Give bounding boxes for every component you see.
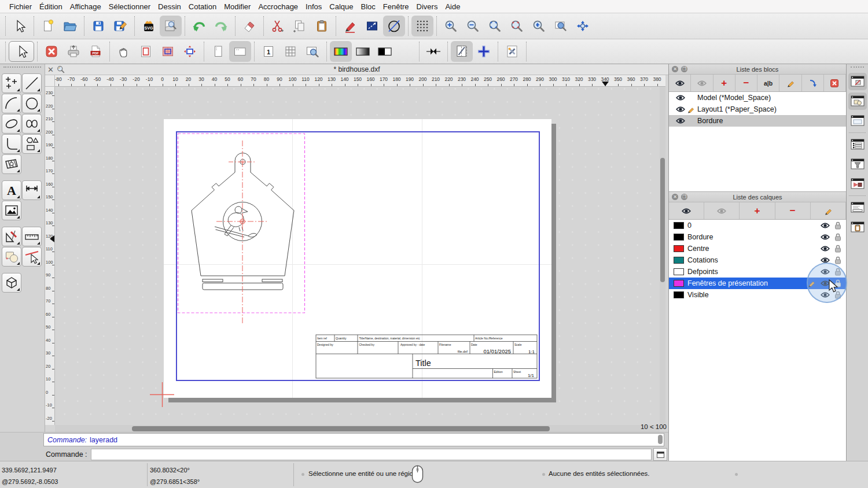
block-row[interactable]: Model (*Model_Space) [669,92,846,103]
redo-icon[interactable] [210,16,232,36]
insert-block-icon[interactable] [802,75,824,91]
menu-fenetre[interactable]: Fenêtre [383,2,409,11]
panel-close-icon[interactable]: ✕ [672,66,678,72]
print-preview-icon[interactable] [160,16,182,36]
layer-row[interactable]: Bordure [669,231,846,243]
sidebar-drag-handle[interactable] [851,66,864,71]
arc-tool-icon[interactable] [2,94,21,113]
menu-dessin[interactable]: Dessin [158,2,181,11]
rename-block-icon[interactable]: a|b [757,75,779,91]
circle-tool-icon[interactable] [22,94,42,113]
laser-window-icon[interactable] [848,175,867,193]
vertical-scrollbar-thumb[interactable] [660,158,665,282]
tab-close-icon[interactable]: ✕ [47,65,54,74]
shape-tool-icon[interactable] [22,134,42,154]
hide-all-eye-icon[interactable] [691,75,713,91]
block-row[interactable]: Bordure [669,115,846,127]
ellipse-tool-icon[interactable] [2,114,21,134]
layer-lock-icon[interactable] [834,245,841,253]
library-browser-window-icon[interactable] [848,112,867,130]
close-print-preview-icon[interactable] [41,41,62,62]
add-layer-icon[interactable]: + [740,202,775,219]
layer-visibility-eye-icon[interactable] [821,222,830,229]
grid-toggle-icon[interactable] [411,16,433,36]
line-tool-icon[interactable] [22,73,42,93]
zoom-auto-icon[interactable] [484,16,506,36]
edit-attributes-icon[interactable] [339,16,361,36]
palette-drag-handle[interactable] [3,66,41,71]
eraser-icon[interactable] [238,16,260,36]
spline-tool-icon[interactable] [22,114,42,134]
page-tiles-icon[interactable] [279,41,301,62]
property-editor-window-icon[interactable] [848,136,867,153]
block-row[interactable]: Layout1 (*Paper_Space) [669,103,846,115]
modify-tool-icon[interactable] [2,227,21,246]
print-icon[interactable] [62,41,84,62]
zoom-pan-icon[interactable] [572,16,594,36]
panel-undock-icon[interactable]: ❐ [681,66,687,72]
center-crosshair-icon[interactable] [473,41,495,62]
layer-visibility-eye-icon[interactable] [821,234,830,241]
layer-lock-icon[interactable] [834,221,841,230]
black-white-icon[interactable] [374,41,396,62]
paste-icon[interactable] [311,16,333,36]
panel-undock-icon[interactable]: ❐ [681,194,687,200]
polyline-tool-icon[interactable] [2,134,21,154]
remove-layer-icon[interactable]: − [775,202,811,219]
clipboard-window-icon[interactable] [848,219,867,236]
page-border-icon[interactable] [135,41,157,62]
panel-close-icon[interactable]: ✕ [672,194,678,200]
layer-lock-icon[interactable] [834,233,841,241]
command-input[interactable] [91,449,652,460]
zoom-out-icon[interactable] [462,16,484,36]
cut-icon[interactable] [267,16,289,36]
flatten-icon[interactable] [422,41,444,62]
draft-lines-icon[interactable] [451,41,473,62]
settings-tools-icon[interactable] [501,41,523,62]
command-options-button[interactable] [653,448,667,461]
dimension-tool-icon[interactable] [22,180,42,200]
grayscale-icon[interactable] [352,41,374,62]
menu-infos[interactable]: Infos [306,2,322,11]
select-tool-icon[interactable] [22,247,42,267]
zoom-page-icon[interactable] [301,41,323,62]
zoom-selection-icon[interactable] [506,16,528,36]
draft-mode-icon[interactable] [383,16,405,36]
zoom-previous-icon[interactable] [528,16,550,36]
image-tool-icon[interactable] [2,201,21,220]
drawing-canvas[interactable]: Item ref Quantity Title/Name, destinatio… [55,87,660,425]
layer-row[interactable]: 0 [669,220,846,231]
horizontal-scrollbar-thumb[interactable] [132,426,550,431]
select-cursor-icon[interactable] [9,16,31,36]
show-all-eye-icon[interactable] [669,202,704,219]
vertical-scrollbar[interactable] [660,87,665,425]
points-tool-icon[interactable] [2,73,21,93]
menu-edition[interactable]: Édition [39,2,62,11]
tab-preview-icon[interactable] [56,65,65,74]
menu-bloc[interactable]: Bloc [361,2,375,11]
portrait-orientation-icon[interactable] [207,41,229,62]
menu-modifier[interactable]: Modifier [224,2,251,11]
svg-export-icon[interactable]: SVG [138,16,160,36]
text-tool-icon[interactable]: A [2,180,21,200]
full-color-icon[interactable] [330,41,352,62]
delete-block-icon[interactable] [824,75,846,91]
menu-accrochage[interactable]: Accrochage [258,2,298,11]
selection-filter-window-icon[interactable] [848,156,867,173]
menu-selectionner[interactable]: Sélectionner [109,2,150,11]
menu-divers[interactable]: Divers [417,2,438,11]
open-file-icon[interactable] [59,16,81,36]
menu-calque[interactable]: Calque [329,2,353,11]
menu-fichier[interactable]: Fichier [9,2,32,11]
edit-layer-icon[interactable] [811,202,846,219]
edit-block-icon[interactable] [779,75,801,91]
block-visibility-eye-icon[interactable] [676,94,685,101]
save-icon[interactable] [87,16,109,36]
layer-list-window-icon[interactable] [848,93,867,110]
add-block-icon[interactable]: + [713,75,735,91]
pan-hand-icon[interactable] [113,41,135,62]
single-page-icon[interactable]: 1 [258,41,279,62]
new-document-icon[interactable] [37,16,59,36]
block-info-tool-icon[interactable] [2,247,21,267]
hide-all-eye-icon[interactable] [704,202,740,219]
